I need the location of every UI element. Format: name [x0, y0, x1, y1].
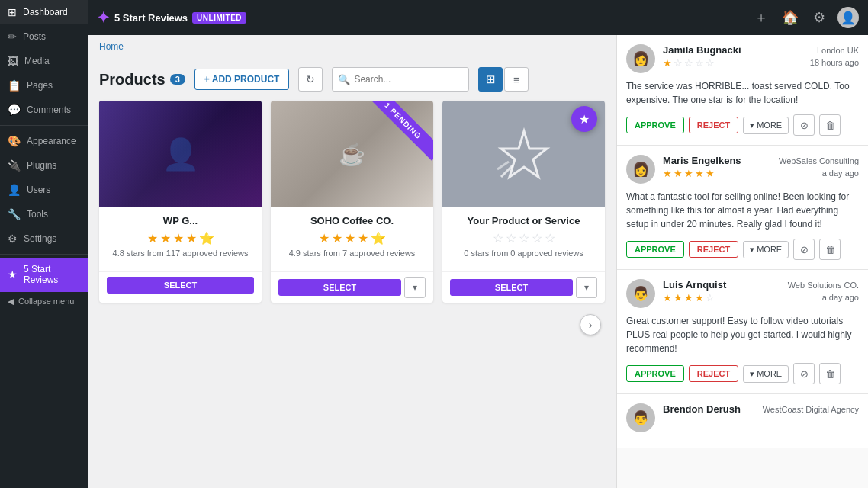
- more-button-3[interactable]: ▾ MORE: [743, 365, 789, 383]
- collapse-arrow-icon: ◀: [8, 297, 14, 307]
- reviewer-name-row-2: Maris Engelkens WebSales Consulting: [663, 155, 859, 166]
- review-card-2: 👩 Maris Engelkens WebSales Consulting ★ …: [617, 146, 868, 270]
- delete-button-2[interactable]: 🗑: [819, 239, 841, 260]
- add-new-button[interactable]: ＋: [751, 7, 772, 28]
- content-area: Home ★ Products 3 + ADD PRODUCT: [88, 35, 868, 488]
- breadcrumb: Home: [88, 35, 616, 58]
- select-button-your-product[interactable]: SELECT: [450, 279, 573, 296]
- trash-icon: 🗑: [825, 368, 835, 380]
- review-stars-1: ★ ☆ ☆ ☆ ☆: [663, 57, 715, 69]
- product-info-wp-guru: WP G... ★ ★ ★ ★ ⭐ 4.8 stars from 117 app…: [99, 207, 262, 271]
- wp-admin-header: ✦ 5 Start Reviews UNLIMITED ＋ 🏠 ⚙ 👤: [88, 0, 868, 35]
- sidebar-item-label: Comments: [27, 104, 71, 115]
- reviewer-info-1: Jamila Bugnacki London UK ★ ☆ ☆ ☆ ☆: [663, 44, 859, 69]
- sidebar-item-posts[interactable]: ✏ Posts: [0, 24, 88, 49]
- list-view-button[interactable]: ≡: [504, 67, 529, 92]
- select-button-wp-guru[interactable]: SELECT: [107, 277, 254, 294]
- breadcrumb-home-link[interactable]: Home: [99, 41, 124, 52]
- block-button-2[interactable]: ⊘: [793, 239, 815, 260]
- review-time-1: 18 hours ago: [810, 58, 859, 67]
- pages-icon: 📋: [8, 79, 21, 92]
- reject-button-2[interactable]: REJECT: [689, 241, 738, 258]
- reviewer-avatar-4: 👨: [626, 403, 655, 432]
- stars-row-wp-guru: ★ ★ ★ ★ ⭐: [107, 231, 254, 246]
- select-button-soho[interactable]: SELECT: [278, 279, 401, 296]
- home-icon: 🏠: [782, 9, 799, 26]
- delete-button-1[interactable]: 🗑: [819, 114, 841, 136]
- star-5: ⭐: [199, 231, 214, 246]
- product-name-your-product: Your Product or Service: [450, 215, 597, 226]
- sidebar-item-users[interactable]: 👤 Users: [0, 178, 88, 202]
- star-4: ★: [186, 231, 197, 246]
- review-header-4: 👨 Brendon Derush WestCoast Digital Agenc…: [626, 403, 859, 432]
- reject-button-1[interactable]: REJECT: [689, 117, 738, 133]
- star-5: ☆: [706, 292, 715, 303]
- reviewer-info-2: Maris Engelkens WebSales Consulting ★ ★ …: [663, 155, 859, 179]
- delete-button-3[interactable]: 🗑: [819, 363, 841, 384]
- dropdown-button-soho[interactable]: ▾: [404, 277, 426, 298]
- chevron-down-icon: ▾: [584, 282, 589, 293]
- settings-button[interactable]: ⚙: [809, 7, 830, 28]
- reviewer-name-1: Jamila Bugnacki: [663, 44, 741, 56]
- star-4: ★: [358, 231, 368, 246]
- block-button-1[interactable]: ⊘: [793, 114, 815, 136]
- tools-icon: 🔧: [8, 208, 21, 220]
- star-2: ☆: [506, 231, 516, 246]
- view-toggle: ⊞ ≡: [478, 67, 529, 92]
- grid-view-button[interactable]: ⊞: [478, 67, 503, 92]
- product-name-wp-guru: WP G...: [107, 215, 254, 226]
- star-2: ★: [674, 292, 683, 303]
- approve-button-1[interactable]: APPROVE: [626, 117, 684, 133]
- sidebar-item-label: Appearance: [27, 136, 76, 146]
- float-action-button[interactable]: ★: [571, 106, 597, 132]
- sidebar-item-comments[interactable]: 💬 Comments: [0, 98, 88, 122]
- gear-icon: ⚙: [813, 9, 825, 26]
- add-product-button[interactable]: + ADD PRODUCT: [194, 69, 290, 90]
- products-section: Home ★ Products 3 + ADD PRODUCT: [88, 35, 616, 488]
- sidebar-item-5star-reviews[interactable]: ★ 5 Start Reviews: [0, 258, 88, 292]
- comments-icon: 💬: [8, 104, 21, 116]
- product-actions-wp-guru: SELECT: [99, 271, 262, 298]
- review-card-1: 👩 Jamila Bugnacki London UK ★ ☆ ☆ ☆: [617, 35, 868, 146]
- sidebar-item-tools[interactable]: 🔧 Tools: [0, 202, 88, 226]
- appearance-icon: 🎨: [8, 135, 21, 147]
- search-input[interactable]: [332, 67, 469, 92]
- more-button-2[interactable]: ▾ MORE: [743, 241, 789, 258]
- review-time-2: a day ago: [822, 169, 859, 178]
- star-3: ★: [173, 231, 184, 246]
- star-3: ★: [345, 231, 355, 246]
- block-icon: ⊘: [800, 368, 809, 380]
- plugins-icon: 🔌: [8, 159, 21, 172]
- star-4: ☆: [695, 57, 704, 69]
- sidebar-item-pages[interactable]: 📋 Pages: [0, 73, 88, 98]
- reviewer-name-row-1: Jamila Bugnacki London UK: [663, 44, 859, 56]
- review-text-2: What a fantastic tool for selling online…: [626, 190, 859, 231]
- home-button[interactable]: 🏠: [780, 7, 801, 28]
- review-actions-1: APPROVE REJECT ▾ MORE ⊘ 🗑: [626, 114, 859, 136]
- refresh-button[interactable]: ↻: [298, 67, 323, 92]
- sidebar-item-plugins[interactable]: 🔌 Plugins: [0, 153, 88, 178]
- approve-button-3[interactable]: APPROVE: [626, 365, 684, 382]
- reviewer-name-row-3: Luis Arnquist Web Solutions CO.: [663, 279, 859, 291]
- more-button-1[interactable]: ▾ MORE: [743, 117, 789, 134]
- approve-button-2[interactable]: APPROVE: [626, 241, 684, 258]
- star-2: ★: [332, 231, 342, 246]
- sidebar-item-settings[interactable]: ⚙ Settings: [0, 226, 88, 251]
- user-avatar[interactable]: 👤: [837, 7, 859, 28]
- sidebar-item-media[interactable]: 🖼 Media: [0, 49, 88, 73]
- review-actions-3: APPROVE REJECT ▾ MORE ⊘ 🗑: [626, 363, 859, 384]
- carousel-next-button[interactable]: ›: [580, 314, 601, 336]
- sidebar-item-dashboard[interactable]: ⊞ Dashboard: [0, 0, 88, 24]
- collapse-menu-button[interactable]: ◀ Collapse menu: [0, 292, 88, 311]
- sidebar-item-appearance[interactable]: 🎨 Appearance: [0, 129, 88, 153]
- reviewer-info-3: Luis Arnquist Web Solutions CO. ★ ★ ★ ★ …: [663, 279, 859, 303]
- star-1: ★: [147, 231, 158, 246]
- reject-button-3[interactable]: REJECT: [689, 365, 738, 382]
- review-text-1: The service was HORRIBLE... toast served…: [626, 79, 859, 107]
- plus-icon: ＋: [754, 8, 768, 27]
- block-button-3[interactable]: ⊘: [793, 363, 815, 384]
- review-actions-2: APPROVE REJECT ▾ MORE ⊘ 🗑: [626, 239, 859, 260]
- dropdown-button-your-product[interactable]: ▾: [576, 277, 597, 298]
- header-left: ✦ 5 Start Reviews UNLIMITED: [97, 8, 246, 27]
- reviewer-location-2: WebSales Consulting: [779, 156, 859, 165]
